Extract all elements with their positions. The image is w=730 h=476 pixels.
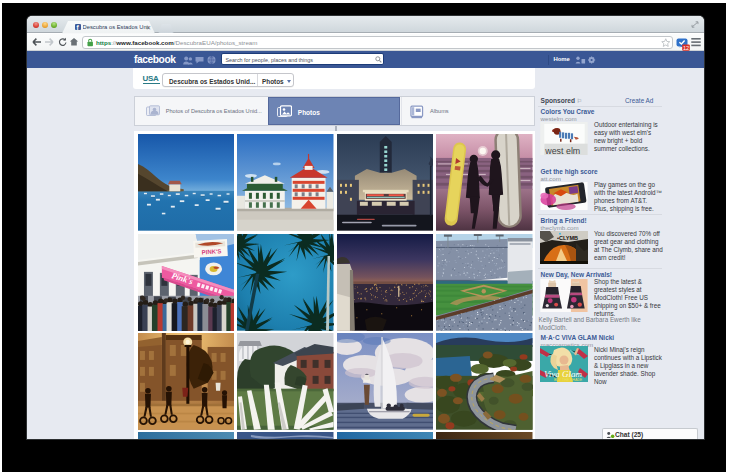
svg-text:west elm: west elm <box>544 146 580 155</box>
svg-text:•CLYMB: •CLYMB <box>557 234 578 240</box>
svg-text:PINK'S: PINK'S <box>201 249 221 256</box>
svg-text:12: 12 <box>683 44 689 50</box>
svg-text:BUY THE SHADE: BUY THE SHADE <box>554 378 583 382</box>
